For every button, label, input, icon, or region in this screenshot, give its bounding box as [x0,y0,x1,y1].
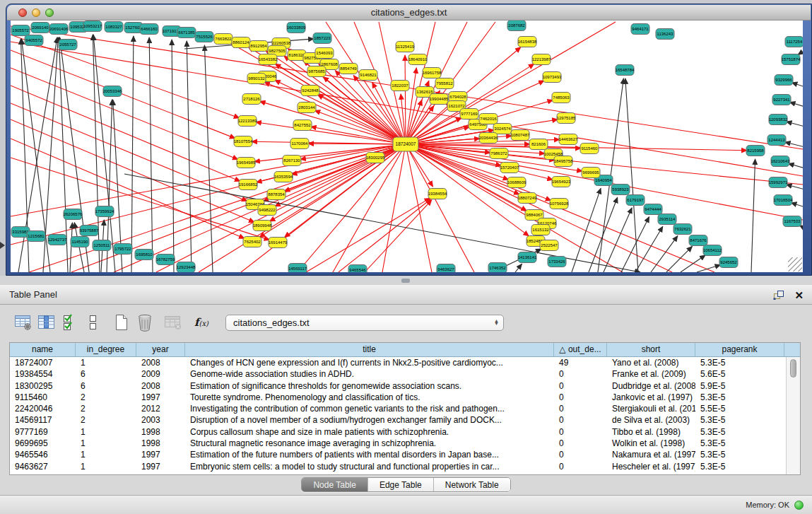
table-row[interactable]: 1872400712008Changes of HCN gene express… [10,357,786,368]
column-header-year[interactable]: year [136,343,185,356]
citation-edge-black [789,102,803,107]
window-title: citations_edges.txt [371,7,447,18]
graph-node-label: 2055727 [59,42,76,47]
citation-edge-black [651,236,678,272]
citation-edge-black [204,45,213,272]
graph-node-label: 9227341 [773,98,790,102]
graph-node-label: 1117254 [787,40,803,44]
table-cell: 5.3E-5 [695,438,784,449]
citation-edge-red [11,103,247,201]
graph-node-label: 9465546 [349,268,366,272]
graph-node-label: 7485063 [553,95,570,100]
graph-node-label: 19654923 [552,180,571,184]
citation-edge-black [572,188,601,272]
table-panel: Table Panel ✕ f(x) [0,285,812,514]
tab-network-table[interactable]: Network Table [434,478,510,491]
graph-node-label: 2522547 [541,243,558,247]
graph-node-label: 18807249 [518,196,537,200]
graph-node-label: 1170064 [292,141,309,146]
zoom-window-button[interactable] [45,8,54,17]
table-row[interactable]: 946362711997Embryonic stem cells: a mode… [10,461,786,472]
scrollbar-thumb[interactable] [790,359,796,378]
split-divider[interactable] [0,276,812,285]
panel-collapse-arrow-icon[interactable] [0,242,5,249]
graph-node-label: 7986372 [490,151,507,156]
table-cell: 1 [76,426,136,438]
show-columns-icon[interactable] [36,312,57,333]
table-cell: 18300295 [10,380,76,392]
desktop-background: citations_edges.txt 19055722069140206914… [0,0,812,285]
table-cell: 14569117 [10,414,76,426]
graph-node-label: 14569117 [288,267,307,271]
table-row[interactable]: 977716911998Corpus callosum shape and si… [10,426,786,438]
table-row[interactable]: 969969511998Structural magnetic resonanc… [10,438,786,449]
table-row[interactable]: 1830029562008Estimation of significance … [10,380,786,392]
table-row[interactable]: 2242004622012Investigating the contribut… [10,403,786,414]
graph-node-label: 18495758 [554,159,573,163]
table-cell: de Silva et al. (2003) [607,414,695,426]
table-cell: Structural magnetic resonance image aver… [185,438,554,449]
graph-node-label: 22260538 [272,41,291,45]
citation-edge-red [365,200,432,272]
table-cell: 6 [76,380,136,392]
table-row[interactable]: 946554611997Estimation of the future num… [10,449,786,460]
citation-edge-red [199,148,399,272]
table-cell: 1997 [136,461,185,472]
table-row[interactable]: 1456911722003Disruption of a novel membe… [10,414,786,426]
column-header-title[interactable]: title [185,343,554,356]
graph-node-label: 18909948 [253,223,272,228]
network-canvas[interactable]: 1905572206914020691406940557210953211095… [11,21,803,272]
graph-node-label: 1733426 [548,259,565,264]
clear-selection-icon[interactable] [83,312,104,333]
close-window-button[interactable] [18,8,27,17]
column-header-in_degree[interactable]: in_degree [76,343,136,356]
vertical-scrollbar[interactable] [786,357,800,474]
column-header-name[interactable]: name [10,343,76,356]
status-bar: Memory: OK [0,495,812,514]
window-titlebar[interactable]: citations_edges.txt [7,5,811,21]
graph-node-label: 15992971 [769,180,788,185]
tab-node-table[interactable]: Node Table [302,478,368,491]
column-header-pagerank[interactable]: pagerank [695,343,784,356]
graph-node-label: 2803144 [298,105,315,110]
graph-node-label: 1083327 [105,25,122,29]
minimize-window-button[interactable] [32,8,40,17]
citation-edge-red [306,198,430,272]
delete-icon[interactable] [134,312,155,333]
graph-node-label: 19904485 [430,97,449,101]
delete-table-icon[interactable] [163,312,184,333]
table-toolbar: f(x) citations_edges.txt ▲▼ [0,305,812,340]
float-window-icon[interactable] [773,290,784,300]
select-all-icon[interactable] [59,312,81,333]
new-document-icon[interactable] [111,312,132,333]
citation-edge-red [382,151,404,272]
graph-node-label: 1640954 [595,178,612,182]
close-icon[interactable]: ✕ [794,290,804,300]
function-builder-icon[interactable]: f(x) [191,312,212,333]
citation-edge-black [149,37,153,272]
table-panel-title: Table Panel [0,285,812,305]
table-body: 1872400712008Changes of HCN gene express… [10,357,786,474]
graph-node-label: 19384554 [428,192,447,196]
column-header-out_degree[interactable]: △ out_de... [554,343,607,356]
column-header-short[interactable]: short [607,343,695,356]
citation-edge-red [406,68,416,137]
graph-node-label: 12213389 [238,119,257,123]
resize-grip[interactable] [788,257,802,271]
tab-edge-table[interactable]: Edge Table [368,478,434,491]
divider-handle[interactable] [401,279,410,283]
table-cell: Franke et al. (2009) [607,368,695,380]
table-cell: 2008 [136,357,185,368]
graph-node-label: 10953217 [83,24,102,28]
graph-node-label: 9699695 [582,170,599,175]
graph-node-label: 9115460 [582,146,599,151]
table-selector-dropdown[interactable]: citations_edges.txt ▲▼ [225,315,504,331]
graph-node-label: 2718126 [243,97,260,101]
table-cell: Corpus callosum shape and size in male p… [185,426,554,438]
graph-node-label: 17359924 [95,209,114,214]
graph-node-label: 7632621 [674,227,691,231]
table-cell: 2008 [136,380,185,392]
table-row[interactable]: 911546021997Tourette syndrome. Phenomeno… [10,392,786,403]
table-settings-icon[interactable] [13,312,34,333]
table-row[interactable]: 1938455462009Genome-wide association stu… [10,368,786,380]
